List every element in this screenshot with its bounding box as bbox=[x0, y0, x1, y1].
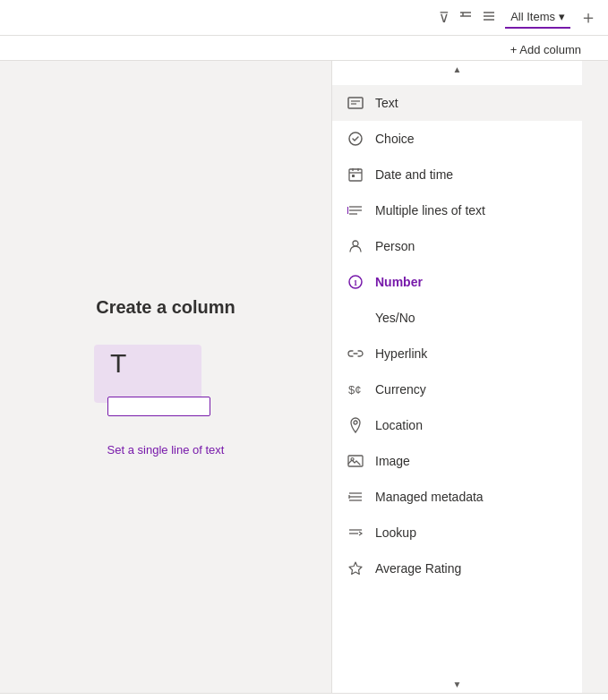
filter-icon[interactable]: ⊽ bbox=[439, 9, 450, 26]
group-icon[interactable] bbox=[458, 9, 473, 27]
location-icon bbox=[347, 416, 364, 434]
lookup-icon bbox=[347, 524, 364, 542]
svg-rect-14 bbox=[352, 175, 355, 177]
hyperlink-label: Hyperlink bbox=[375, 346, 427, 361]
chevron-down-icon: ▾ bbox=[559, 10, 565, 23]
svg-point-23 bbox=[354, 421, 357, 424]
column-type-average-rating[interactable]: Average Rating bbox=[332, 551, 582, 586]
all-items-button[interactable]: All Items ▾ bbox=[505, 6, 570, 29]
column-type-multiple-lines[interactable]: Multiple lines of text bbox=[332, 192, 582, 228]
choice-label: Choice bbox=[375, 132, 415, 146]
lookup-label: Lookup bbox=[375, 525, 416, 540]
svg-rect-10 bbox=[349, 169, 362, 181]
scroll-up-arrow[interactable]: ▲ bbox=[332, 61, 582, 78]
column-type-location[interactable]: Location bbox=[332, 407, 582, 443]
number-label: Number bbox=[375, 275, 423, 289]
person-icon bbox=[347, 237, 364, 255]
all-items-label: All Items bbox=[510, 10, 555, 23]
managed-metadata-icon bbox=[347, 488, 364, 506]
image-icon bbox=[347, 452, 364, 470]
column-type-image[interactable]: Image bbox=[332, 443, 582, 479]
hyperlink-icon bbox=[347, 345, 364, 363]
text-type-label: Text bbox=[375, 96, 398, 110]
person-label: Person bbox=[375, 239, 415, 253]
footer: Show or hide columns Next Cancel bbox=[0, 693, 608, 700]
column-type-currency[interactable]: $¢ Currency bbox=[332, 371, 582, 407]
text-input-preview bbox=[107, 397, 210, 416]
yes-no-label: Yes/No bbox=[375, 311, 415, 325]
column-type-choice[interactable]: Choice bbox=[332, 121, 582, 157]
description-text: Set a single line of text bbox=[107, 443, 225, 457]
calendar-icon bbox=[347, 166, 364, 184]
date-time-label: Date and time bbox=[375, 167, 453, 182]
yes-no-icon bbox=[347, 309, 364, 327]
image-label: Image bbox=[375, 454, 410, 468]
svg-text:1: 1 bbox=[354, 278, 358, 287]
right-panel: ▲ Text bbox=[331, 61, 582, 693]
main-content: Create a column T Set a single line of t… bbox=[0, 61, 608, 693]
number-icon: 1 bbox=[347, 273, 364, 291]
average-rating-label: Average Rating bbox=[375, 561, 461, 576]
svg-rect-6 bbox=[348, 98, 363, 108]
choice-icon bbox=[347, 130, 364, 148]
column-type-lookup[interactable]: Lookup bbox=[332, 515, 582, 551]
column-type-managed-metadata[interactable]: Managed metadata bbox=[332, 479, 582, 515]
add-column-label: + Add column bbox=[510, 43, 581, 56]
managed-metadata-label: Managed metadata bbox=[375, 490, 484, 504]
multiple-lines-icon bbox=[347, 201, 364, 219]
column-type-text[interactable]: Text bbox=[332, 85, 582, 121]
star-icon bbox=[347, 559, 364, 577]
currency-label: Currency bbox=[375, 382, 426, 397]
left-panel: Create a column T Set a single line of t… bbox=[0, 61, 331, 693]
toolbar-icons: ⊽ All Items ▾ ＋ bbox=[439, 5, 597, 30]
svg-text:$¢: $¢ bbox=[348, 383, 361, 397]
column-type-date-time[interactable]: Date and time bbox=[332, 157, 582, 192]
create-column-title: Create a column bbox=[96, 297, 235, 318]
scroll-down-arrow[interactable]: ▼ bbox=[332, 676, 582, 693]
currency-icon: $¢ bbox=[347, 380, 364, 398]
column-type-number[interactable]: 1 Number bbox=[332, 264, 582, 300]
text-type-icon bbox=[347, 94, 364, 112]
svg-point-19 bbox=[353, 241, 358, 246]
column-type-yes-no[interactable]: Yes/No bbox=[332, 300, 582, 336]
menu-icon[interactable] bbox=[482, 9, 496, 27]
column-type-list: Text Choice bbox=[332, 78, 582, 676]
add-column-link[interactable]: + Add column bbox=[510, 43, 581, 56]
text-cursor-icon: T bbox=[110, 348, 126, 379]
column-type-person[interactable]: Person bbox=[332, 228, 582, 264]
location-label: Location bbox=[375, 418, 423, 432]
multiple-lines-label: Multiple lines of text bbox=[375, 203, 485, 218]
add-column-row: + Add column bbox=[0, 36, 608, 61]
top-bar: ⊽ All Items ▾ ＋ bbox=[0, 0, 608, 36]
text-preview: T bbox=[94, 345, 237, 416]
plus-icon[interactable]: ＋ bbox=[579, 5, 597, 30]
column-type-hyperlink[interactable]: Hyperlink bbox=[332, 336, 582, 371]
